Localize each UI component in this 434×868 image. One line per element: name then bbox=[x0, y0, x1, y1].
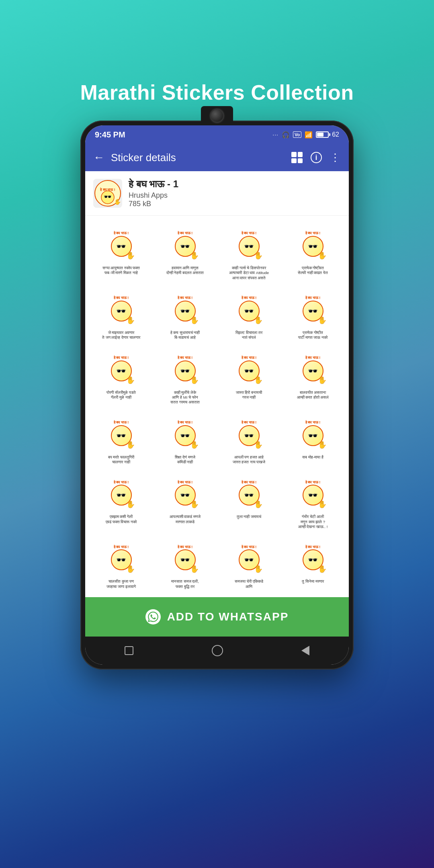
sticker-item: हे बघ भाऊ ! 🕶️ ✋ चालसीत कुजा पणजव्हाचा ज… bbox=[89, 533, 153, 593]
sticker-top-text: हे बघ भाऊ ! bbox=[242, 420, 257, 425]
sticker-item: हे बघ भाऊ ! 🕶️ ✋ जास्त हिरो बनायचीगरज ना… bbox=[217, 344, 281, 409]
sticker-top-text: हे बघ भाऊ ! bbox=[242, 231, 257, 235]
more-icon[interactable]: ⋮ bbox=[330, 151, 341, 164]
add-btn-label: ADD TO WHATSAPP bbox=[167, 610, 289, 623]
sticker-visual: हे बघ भाऊ ! 🕶️ ✋ bbox=[229, 413, 269, 453]
sticker-top-text: हे बघ भाऊ ! bbox=[242, 296, 257, 300]
sticker-top-text: हे बघ भाऊ ! bbox=[114, 480, 129, 485]
svg-text:🕶️: 🕶️ bbox=[104, 193, 112, 201]
sticker-visual: हे बघ भाऊ ! 🕶️ ✋ bbox=[165, 473, 205, 513]
glasses-icon: 🕶️ bbox=[180, 555, 190, 565]
top-bar-title: Sticker details bbox=[111, 151, 285, 164]
sticker-item: हे बघ भाऊ ! 🕶️ ✋ हवामान आणि माणूसदोन्ही … bbox=[153, 220, 217, 285]
nav-back-button[interactable] bbox=[301, 646, 309, 655]
top-bar-actions: i ⋮ bbox=[291, 151, 341, 164]
nav-square-button[interactable] bbox=[125, 646, 133, 655]
sticker-visual: हे बघ भाऊ ! 🕶️ ✋ bbox=[101, 224, 141, 264]
sticker-caption: आपल्याशी वाकडं मणजेमरणात लाकडे bbox=[170, 514, 201, 524]
sticker-caption: सब मोह-माया है bbox=[302, 455, 323, 460]
hand-icon: ✋ bbox=[254, 376, 263, 385]
glasses-icon: 🕶️ bbox=[116, 431, 126, 440]
sticker-top-text: हे बघ भाऊ ! bbox=[242, 356, 257, 360]
glasses-icon: 🕶️ bbox=[308, 555, 318, 565]
grid-icon[interactable] bbox=[291, 152, 303, 163]
sticker-caption: काही गर्ल्स चे डिसप्लेनवरअत्याचारी डेटा … bbox=[229, 266, 269, 280]
sticker-visual: हे बघ भाऊ ! 🕶️ ✋ bbox=[101, 473, 141, 513]
glasses-icon: 🕶️ bbox=[180, 306, 190, 316]
hand-icon: ✋ bbox=[318, 316, 327, 325]
sticker-item: हे बघ भाऊ ! 🕶️ ✋ सब मोह-माया है bbox=[281, 409, 345, 469]
glasses-icon: 🕶️ bbox=[244, 306, 254, 316]
glasses-icon: 🕶️ bbox=[308, 431, 318, 440]
volte-icon: Vo bbox=[293, 131, 301, 138]
sticker-top-text: हे बघ भाऊ ! bbox=[178, 356, 193, 360]
sticker-item: हे बघ भाऊ ! 🕶️ ✋ रिझल्ट विचारला तरनातं स… bbox=[217, 285, 281, 344]
glasses-icon: 🕶️ bbox=[116, 490, 126, 500]
sticker-item: हे बघ भाऊ ! 🕶️ ✋ बप मरते फालतुगिरीचालणार… bbox=[89, 409, 153, 469]
sticker-caption: हे कय सुधारायचं नाहीबि-चडायचं आहे bbox=[170, 330, 200, 340]
sticker-top-text: हे बघ भाऊ ! bbox=[178, 420, 193, 425]
sticker-caption: तु सिनेमा मरणार bbox=[302, 579, 323, 584]
sticker-top-text: हे बघ भाऊ ! bbox=[178, 231, 193, 235]
glasses-icon: 🕶️ bbox=[244, 431, 254, 440]
sticker-top-text: हे बघ भाऊ ! bbox=[242, 545, 257, 549]
sticker-item: हे बघ भाऊ ! 🕶️ ✋ सग्या आयुष्यात स्कोप फक… bbox=[89, 220, 153, 285]
sticker-caption: रिझल्ट विचारला तरनातं संपलं bbox=[235, 330, 262, 340]
sticker-caption: शिक्षा देणं मणजेकॉमेडी नाही bbox=[175, 455, 195, 465]
hand-icon: ✋ bbox=[318, 500, 327, 509]
add-to-whatsapp-button[interactable]: ADD TO WHATSAPP bbox=[85, 597, 349, 637]
status-bar: 9:45 PM ··· 🎧 Vo 📶 62 bbox=[85, 125, 349, 144]
sticker-visual: हे बघ भाऊ ! 🕶️ ✋ bbox=[229, 537, 269, 577]
add-btn-container: ADD TO WHATSAPP bbox=[85, 597, 349, 637]
sticker-top-text: हे बघ भाऊ ! bbox=[305, 296, 321, 300]
battery-percent: 62 bbox=[332, 131, 339, 138]
sticker-caption: बप मरते फालतुगिरीचालणार नाही bbox=[108, 455, 134, 465]
sticker-top-text: हे बघ भाऊ ! bbox=[305, 480, 321, 485]
sticker-item: हे बघ भाऊ ! 🕶️ ✋ पोरगी सॅलरीमुळे पडतेगॅल… bbox=[89, 344, 153, 409]
battery-icon bbox=[316, 131, 329, 138]
back-button[interactable]: ← bbox=[93, 151, 104, 164]
svg-text:✋: ✋ bbox=[114, 199, 121, 205]
glasses-icon: 🕶️ bbox=[180, 431, 190, 440]
camera-lens bbox=[210, 108, 224, 123]
hand-icon: ✋ bbox=[126, 251, 135, 260]
hand-icon: ✋ bbox=[190, 440, 199, 449]
glasses-icon: 🕶️ bbox=[308, 306, 318, 316]
pack-header: हे बघ भाऊ ! 🕶️ ✋ हे बघ भाऊ - 1 Hrushi Ap… bbox=[85, 171, 349, 216]
sticker-item: हे बघ भाऊ ! 🕶️ ✋ एक्झाम कशी गेलीएवढं फक्… bbox=[89, 469, 153, 533]
sticker-top-text: हे बघ भाऊ ! bbox=[114, 545, 129, 549]
status-time: 9:45 PM bbox=[95, 130, 125, 139]
sticker-visual: हे बघ भाऊ ! 🕶️ ✋ bbox=[165, 224, 205, 264]
sticker-caption: सग्या आयुष्यात स्कोप फक्तफब-जी मारणे मिळ… bbox=[102, 266, 140, 276]
sticker-caption: मानसात समज दली,फक्त बुद्धि तर bbox=[171, 579, 199, 589]
sticker-caption: गंभीर चेटी आलीमणून काय झाले ?आम्ही देखना… bbox=[298, 514, 328, 529]
sticker-item: हे बघ भाऊ ! 🕶️ ✋ जे माझ्यावर अवणारते जग … bbox=[89, 285, 153, 344]
phone-frame: 9:45 PM ··· 🎧 Vo 📶 62 ← Sticker details … bbox=[80, 121, 354, 669]
sticker-visual: हे बघ भाऊ ! 🕶️ ✋ bbox=[293, 473, 333, 513]
glasses-icon: 🕶️ bbox=[116, 555, 126, 565]
glasses-icon: 🕶️ bbox=[180, 366, 190, 376]
sticker-visual: हे बघ भाऊ ! 🕶️ ✋ bbox=[101, 413, 141, 453]
hand-icon: ✋ bbox=[254, 500, 263, 509]
sticker-top-text: हे बघ भाऊ ! bbox=[114, 296, 129, 300]
sticker-visual: हे बघ भाऊ ! 🕶️ ✋ bbox=[293, 224, 333, 264]
sticker-top-text: हे बघ भाऊ ! bbox=[114, 231, 129, 235]
sticker-visual: हे बघ भाऊ ! 🕶️ ✋ bbox=[229, 289, 269, 329]
hand-icon: ✋ bbox=[318, 376, 327, 385]
whatsapp-icon bbox=[145, 609, 161, 624]
sticker-visual: हे बघ भाऊ ! 🕶️ ✋ bbox=[229, 224, 269, 264]
hand-icon: ✋ bbox=[190, 376, 199, 385]
info-icon[interactable]: i bbox=[311, 152, 322, 163]
sticker-caption: प्रत्येक गोष्टीतपार्टी मागत जाऊ नको bbox=[298, 330, 328, 340]
glasses-icon: 🕶️ bbox=[116, 242, 126, 251]
sticker-caption: प्रत्येक गोष्टीवतसेल्फी नाही काढत येत bbox=[298, 266, 328, 276]
top-bar: ← Sticker details i ⋮ bbox=[85, 144, 349, 171]
nav-home-button[interactable] bbox=[212, 645, 223, 656]
hand-icon: ✋ bbox=[126, 440, 135, 449]
sticker-top-text: हे बघ भाऊ ! bbox=[114, 420, 129, 425]
sticker-caption: आपली पण हजत आहेजास्त हजत नाय पाखजे bbox=[233, 455, 266, 465]
sticker-item: हे बघ भाऊ ! 🕶️ ✋ शिक्षा देणं मणजेकॉमेडी … bbox=[153, 409, 217, 469]
sticker-item: हे बघ भाऊ ! 🕶️ ✋ गंभीर चेटी आलीमणून काय … bbox=[281, 469, 345, 533]
sticker-visual: हे बघ भाऊ ! 🕶️ ✋ bbox=[165, 537, 205, 577]
sticker-top-text: हे बघ भाऊ ! bbox=[178, 296, 193, 300]
